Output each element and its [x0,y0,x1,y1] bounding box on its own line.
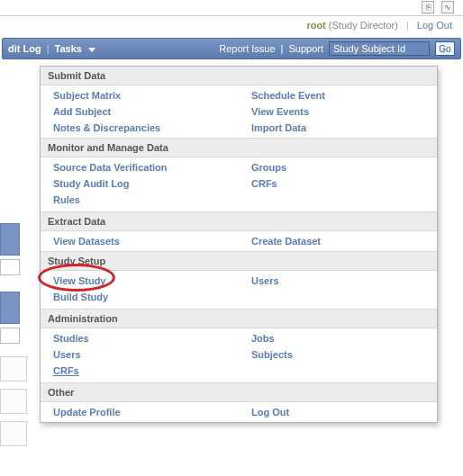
sidebar-fragment [0,259,20,275]
menu-item[interactable]: Subjects [239,346,437,363]
menu-item[interactable]: Log Out [239,404,437,420]
menu-item[interactable]: Studies [41,330,239,346]
menu-item[interactable]: Create Dataset [239,233,437,249]
menu-item[interactable]: CRFs [239,175,437,192]
menu-section-header: Extract Data [41,211,437,231]
menu-section-header: Other [41,382,437,402]
sidebar-fragment [0,223,20,256]
menu-item[interactable]: Study Audit Log [41,175,239,192]
menu-item[interactable]: Update Profile [41,404,239,420]
rss-icon[interactable]: ∿ [441,1,454,13]
menu-section-header: Monitor and Manage Data [41,138,437,157]
menu-item[interactable]: View Events [239,103,437,120]
menu-item[interactable]: Notes & Discrepancies [41,120,239,136]
menu-section-header: Submit Data [41,67,437,85]
menu-item[interactable]: Users [41,346,239,363]
menu-item[interactable]: Jobs [239,330,437,346]
main-nav-bar: dit Log | Tasks Report Issue | Support G… [2,38,461,59]
support-link[interactable]: Support [288,43,323,54]
nav-item-audit-log[interactable]: dit Log [8,43,41,54]
menu-item[interactable]: View Datasets [41,233,239,249]
menu-item[interactable]: Groups [239,159,437,175]
go-button[interactable]: Go [435,41,455,56]
menu-section-header: Study Setup [41,251,437,271]
user-role: (Study Director) [329,20,398,31]
menu-item[interactable]: Schedule Event [239,87,437,103]
sidebar-fragment [0,389,27,414]
username: root [306,20,325,31]
sidebar-fragment [0,356,27,382]
search-input[interactable] [329,41,430,56]
menu-item[interactable]: Add Subject [41,103,239,120]
report-issue-link[interactable]: Report Issue [219,43,275,54]
menu-item[interactable]: View Study [41,273,239,289]
user-info-row: root (Study Director) | Log Out [0,16,463,38]
menu-item[interactable]: Subject Matrix [41,87,239,103]
chevron-down-icon [88,48,95,52]
separator: | [406,20,409,31]
sidebar-fragment [0,292,20,324]
menu-item[interactable]: Users [239,273,437,289]
nav-item-tasks[interactable]: Tasks [55,43,95,54]
menu-item[interactable]: Import Data [239,120,437,136]
menu-section-header: Administration [41,309,437,328]
menu-item[interactable]: Source Data Verification [41,159,239,175]
top-utility-bar: ⎘ ∿ [0,0,463,16]
nav-separator: | [47,43,50,54]
logout-link[interactable]: Log Out [417,20,452,31]
menu-item[interactable]: CRFs [41,363,239,379]
tasks-dropdown-menu: Submit DataSubject MatrixAdd SubjectNote… [40,66,438,423]
menu-item[interactable]: Rules [41,192,239,208]
nav-separator: | [281,43,284,54]
nav-item-tasks-label: Tasks [55,43,82,54]
share-icon[interactable]: ⎘ [422,1,434,13]
sidebar-fragment [0,328,20,344]
sidebar-fragment [0,421,27,446]
menu-item[interactable]: Build Study [41,289,239,305]
